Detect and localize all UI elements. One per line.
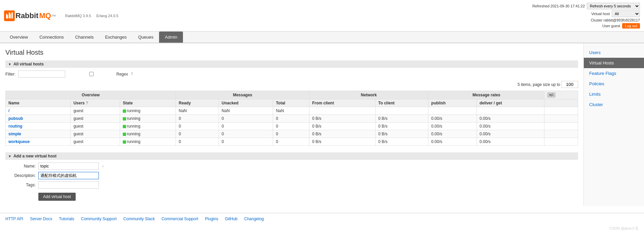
col-users: Users ? <box>71 99 120 107</box>
vhost-from-client-cell: 0 B/s <box>309 130 376 138</box>
sidebar-item-virtual-hosts[interactable]: Virtual Hosts <box>584 58 644 68</box>
pagination-label: 5 items, page size up to <box>518 82 560 87</box>
footer-link-commercial-support[interactable]: Commercial Support <box>161 217 198 221</box>
svg-point-4 <box>6 14 7 15</box>
header: RabbitMQTM RabbitMQ 3.9.5 Erlang 24.0.5 … <box>0 0 644 32</box>
footer-link-github[interactable]: GitHub <box>225 217 237 221</box>
refresh-row: Refreshed 2021-09-30 17:41:22 Refresh ev… <box>532 3 640 9</box>
vhost-name-link[interactable]: routing <box>8 124 22 129</box>
vhosts-table: Overview Messages Network Message rates … <box>5 91 578 146</box>
svg-point-5 <box>9 12 10 14</box>
name-input[interactable] <box>38 162 99 170</box>
running-indicator <box>123 109 126 113</box>
vhost-ready-cell: 0 <box>176 115 219 123</box>
filter-label: Filter: <box>5 72 15 77</box>
tags-row: Tags: <box>5 181 578 189</box>
description-row: Description: <box>5 172 578 179</box>
nav-channels[interactable]: Channels <box>69 32 99 43</box>
nav-exchanges[interactable]: Exchanges <box>99 32 132 43</box>
vhost-name-link[interactable]: / <box>8 108 9 113</box>
page-size-input[interactable] <box>561 81 578 88</box>
cluster-row: Cluster rabbit@993fc8228117 <box>591 18 640 22</box>
sidebar-item-policies[interactable]: Policies <box>584 79 644 89</box>
toggle-columns-button[interactable]: +/- <box>547 92 555 98</box>
table-row: routingguestrunning0000 B/s0 B/s0.00/s0.… <box>6 123 578 130</box>
col-publish: publish <box>428 99 477 107</box>
vhost-publish-cell: 0.00/s <box>428 130 477 138</box>
vhost-unacked-cell: 0 <box>219 115 273 123</box>
nav-overview[interactable]: Overview <box>4 32 34 43</box>
vhost-state-cell: running <box>120 130 176 138</box>
tags-input[interactable] <box>38 181 99 189</box>
sidebar-item-users[interactable]: Users <box>584 47 644 58</box>
vhost-action-cell <box>544 130 578 138</box>
add-vhost-header[interactable]: ▼ Add a new virtual host <box>5 152 578 160</box>
vhost-action-cell <box>544 115 578 123</box>
msgrates-col-header: Message rates <box>428 91 544 99</box>
footer-link-server-docs[interactable]: Server Docs <box>30 217 52 221</box>
regex-checkbox[interactable] <box>68 72 115 76</box>
filter-row: Filter: Regex ? <box>5 70 578 78</box>
vhost-total-cell: 0 <box>273 115 309 123</box>
vhost-deliver-cell <box>477 107 544 115</box>
messages-col-header: Messages <box>176 91 309 99</box>
vhost-publish-cell: 0.00/s <box>428 138 477 146</box>
vhost-to-client-cell: 0 B/s <box>375 130 428 138</box>
nav-admin[interactable]: Admin <box>159 32 183 43</box>
version-info: RabbitMQ 3.9.5 Erlang 24.0.5 <box>65 14 118 18</box>
vhost-state-cell: running <box>120 123 176 130</box>
filter-input[interactable] <box>18 70 65 78</box>
logo-area: RabbitMQTM RabbitMQ 3.9.5 Erlang 24.0.5 <box>4 10 118 21</box>
logout-button[interactable]: Log out <box>622 23 640 29</box>
nav-queues[interactable]: Queues <box>132 32 159 43</box>
vhost-name-link[interactable]: pubsub <box>8 116 23 121</box>
description-input[interactable] <box>38 172 99 179</box>
brand-mq: MQ <box>39 11 51 20</box>
vhost-ready-cell: 0 <box>176 123 219 130</box>
vhost-unacked-cell: 0 <box>219 123 273 130</box>
running-indicator <box>123 125 126 128</box>
footer-link-plugins[interactable]: Plugins <box>205 217 218 221</box>
users-help-icon[interactable]: ? <box>86 101 88 105</box>
rabbitmq-version: RabbitMQ 3.9.5 <box>65 14 91 18</box>
sidebar-item-cluster[interactable]: Cluster <box>584 99 644 110</box>
footer-link-http-api[interactable]: HTTP API <box>5 217 23 221</box>
vhost-deliver-cell: 0.00/s <box>477 123 544 130</box>
vhost-ready-cell: NaN <box>176 107 219 115</box>
name-label: Name: <box>5 164 36 169</box>
refresh-select[interactable]: Refresh every 5 seconds Refresh every 10… <box>587 3 640 9</box>
vhost-users-cell: guest <box>71 138 120 146</box>
nav-connections[interactable]: Connections <box>34 32 69 43</box>
vhost-action-cell <box>544 138 578 146</box>
name-row: Name: ✕ <box>5 162 578 170</box>
vhost-select[interactable]: All / pubsub routing simple workqueue to… <box>612 10 640 17</box>
add-vhost-button[interactable]: Add virtual host <box>38 193 76 201</box>
sidebar-item-feature-flags[interactable]: Feature Flags <box>584 68 644 79</box>
footer-link-tutorials[interactable]: Tutorials <box>59 217 74 221</box>
page-title: Virtual Hosts <box>5 49 578 56</box>
vhost-total-cell: 0 <box>273 138 309 146</box>
all-vhosts-section-header[interactable]: ▼ All virtual hosts <box>5 60 578 68</box>
tags-label: Tags: <box>5 183 36 187</box>
vhost-ready-cell: 0 <box>176 130 219 138</box>
vhost-name-cell: simple <box>6 130 71 138</box>
vhost-deliver-cell: 0.00/s <box>477 115 544 123</box>
vhost-name-link[interactable]: workqueue <box>8 139 30 144</box>
user-row: User guest Log out <box>602 23 640 29</box>
vhost-name-cell: / <box>6 107 71 115</box>
footer-link-community-slack[interactable]: Community Slack <box>123 217 155 221</box>
vhost-users-cell: guest <box>71 130 120 138</box>
vhost-ready-cell: 0 <box>176 138 219 146</box>
name-clear-icon[interactable]: ✕ <box>102 164 104 168</box>
vhost-row: Virtual host All / pubsub routing simple… <box>591 10 640 17</box>
sidebar-item-limits[interactable]: Limits <box>584 89 644 99</box>
footer-link-community-support[interactable]: Community Support <box>81 217 117 221</box>
footer-link-changelog[interactable]: Changelog <box>244 217 264 221</box>
nav-bar: Overview Connections Channels Exchanges … <box>0 32 644 43</box>
main-layout: Virtual Hosts ▼ All virtual hosts Filter… <box>0 43 644 206</box>
vhost-name-link[interactable]: simple <box>8 132 21 136</box>
help-icon[interactable]: ? <box>131 72 133 77</box>
brand-tm: TM <box>52 14 56 17</box>
vhost-from-client-cell: 0 B/s <box>309 115 376 123</box>
description-label: Description: <box>5 173 36 178</box>
